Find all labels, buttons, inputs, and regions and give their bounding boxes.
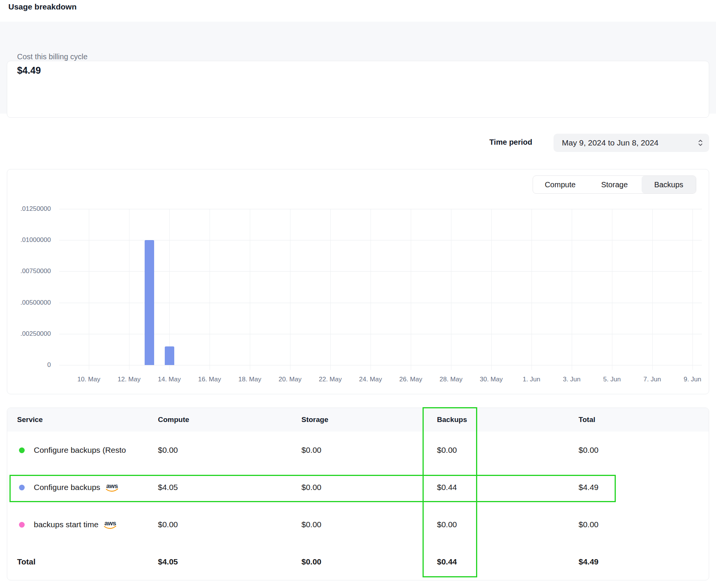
service-cell: Configure backups (Resto: [19, 446, 126, 455]
x-axis-tick-label: 16. May: [189, 376, 230, 383]
y-axis-tick-label: 0: [7, 361, 51, 369]
select-chevron-icon: [698, 139, 703, 147]
storage-value-cell: $0.00: [301, 520, 322, 529]
aws-smile-arrow: [106, 488, 118, 492]
y-axis-tick-label: .00750000: [7, 267, 51, 275]
total-total-value-cell: $4.49: [579, 557, 599, 566]
x-axis-tick-label: 22. May: [310, 376, 350, 383]
table-row: Configure backups (Resto$0.00$0.00$0.00$…: [7, 432, 709, 469]
y-gridline: [59, 271, 702, 272]
table-body: Configure backups (Resto$0.00$0.00$0.00$…: [7, 432, 709, 580]
table-total-row: Total$4.05$0.00$0.44$4.49: [7, 543, 709, 580]
column-header-storage: Storage: [301, 408, 328, 432]
aws-smile-arrow: [104, 526, 117, 530]
service-color-dot: [19, 485, 25, 490]
time-period-select[interactable]: May 9, 2024 to Jun 8, 2024: [554, 134, 709, 152]
x-gridline: [330, 209, 331, 370]
x-gridline: [531, 209, 532, 370]
cost-card-label: Cost this billing cycle: [17, 52, 88, 61]
backups-value-cell: $0.44: [437, 483, 457, 492]
storage-value-cell: $0.00: [301, 446, 322, 455]
x-gridline: [89, 209, 89, 370]
x-axis-tick-label: 9. Jun: [672, 376, 713, 383]
table-row: backups start timeaws$0.00$0.00$0.00$0.0…: [7, 506, 709, 543]
time-period-value: May 9, 2024 to Jun 8, 2024: [562, 138, 659, 147]
service-color-dot: [19, 522, 25, 528]
column-header-backups: Backups: [437, 408, 467, 432]
total-compute-value-cell: $4.05: [158, 557, 178, 566]
aws-logo-icon: aws: [104, 521, 117, 530]
table-header-row: ServiceComputeStorageBackupsTotal: [7, 408, 709, 432]
total-row-label: Total: [17, 557, 36, 566]
x-gridline: [491, 209, 492, 370]
aws-logo-icon: aws: [106, 484, 118, 492]
x-gridline: [210, 209, 210, 370]
x-gridline: [411, 209, 411, 370]
x-gridline: [572, 209, 572, 370]
total-value-cell: $0.00: [579, 520, 599, 529]
x-axis-tick-label: 3. Jun: [552, 376, 592, 383]
y-gridline: [59, 240, 702, 240]
x-gridline: [612, 209, 612, 370]
x-axis-tick-label: 30. May: [471, 376, 511, 383]
x-gridline: [169, 209, 170, 370]
x-axis-tick-label: 24. May: [350, 376, 391, 383]
storage-value-cell: $0.00: [301, 483, 322, 492]
y-gridline: [59, 303, 702, 303]
chart-bar-13-May: [145, 240, 154, 365]
total-backups-value-cell: $0.44: [437, 557, 457, 566]
y-axis-tick-label: .00500000: [7, 299, 51, 307]
x-axis-tick-label: 26. May: [391, 376, 431, 383]
total-value-cell: $0.00: [579, 446, 599, 455]
x-gridline: [652, 209, 653, 370]
x-gridline: [250, 209, 250, 370]
aws-logo-text: aws: [106, 484, 118, 488]
y-axis-tick-label: .01250000: [7, 205, 51, 213]
aws-logo-text: aws: [104, 521, 116, 526]
service-color-dot: [19, 447, 25, 453]
column-header-total: Total: [579, 408, 595, 432]
total-value-cell: $4.49: [579, 483, 599, 492]
x-gridline: [371, 209, 371, 370]
page-title: Usage breakdown: [8, 2, 77, 11]
time-period-label: Time period: [489, 138, 532, 147]
x-axis-tick-label: 5. Jun: [592, 376, 632, 383]
x-axis-tick-label: 28. May: [431, 376, 471, 383]
x-axis-tick-label: 14. May: [149, 376, 189, 383]
compute-value-cell: $0.00: [158, 446, 178, 455]
service-cell: Configure backupsaws: [19, 483, 118, 492]
chart-bar-14-May: [165, 346, 174, 365]
backups-value-cell: $0.00: [437, 446, 457, 455]
x-axis-tick-label: 1. Jun: [511, 376, 552, 383]
compute-value-cell: $0.00: [158, 520, 178, 529]
x-gridline: [692, 209, 693, 370]
compute-value-cell: $4.05: [158, 483, 178, 492]
x-gridline: [451, 209, 451, 370]
y-axis-tick-label: .00250000: [7, 330, 51, 338]
y-gridline: [59, 209, 702, 209]
y-gridline: [59, 365, 702, 365]
cost-table: ServiceComputeStorageBackupsTotal Config…: [7, 408, 709, 580]
column-header-compute: Compute: [158, 408, 189, 432]
bar-chart: .01250000.01000000.00750000.00500000.002…: [7, 169, 709, 394]
service-cell: backups start timeaws: [19, 520, 117, 529]
table-row: Configure backupsaws$4.05$0.00$0.44$4.49: [7, 469, 709, 506]
usage-chart-card: ComputeStorageBackups .01250000.01000000…: [7, 169, 709, 394]
x-axis-tick-label: 12. May: [109, 376, 149, 383]
column-header-service: Service: [17, 408, 43, 432]
x-axis-tick-label: 18. May: [230, 376, 270, 383]
backups-value-cell: $0.00: [437, 520, 457, 529]
x-axis-tick-label: 20. May: [270, 376, 310, 383]
x-axis-tick-label: 7. Jun: [632, 376, 672, 383]
x-gridline: [129, 209, 129, 370]
y-axis-tick-label: .01000000: [7, 236, 51, 244]
cost-card-content: Cost this billing cycle $4.49: [7, 39, 709, 96]
total-storage-value-cell: $0.00: [301, 557, 322, 566]
service-name: backups start time: [34, 520, 98, 529]
service-name: Configure backups (Resto: [34, 446, 126, 455]
x-axis-tick-label: 10. May: [69, 376, 109, 383]
x-gridline: [290, 209, 290, 370]
service-name: Configure backups: [34, 483, 100, 492]
y-gridline: [59, 334, 702, 334]
cost-card-value: $4.49: [17, 65, 41, 76]
